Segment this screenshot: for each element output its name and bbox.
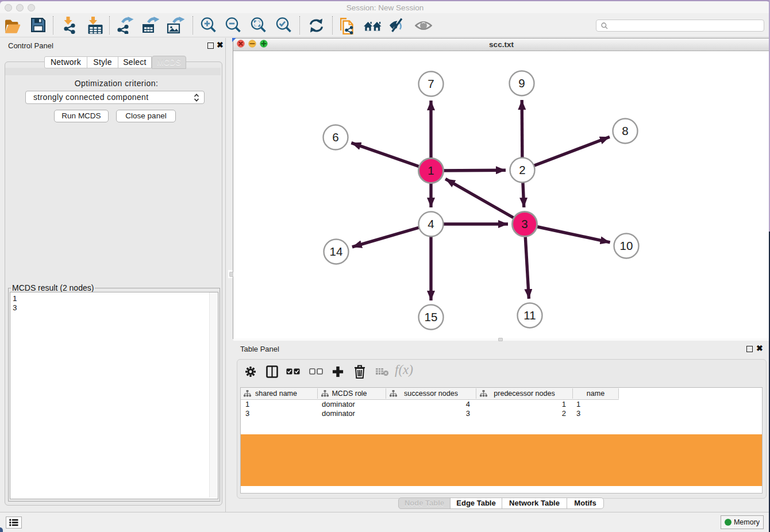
svg-text:9: 9 — [518, 76, 525, 90]
svg-text:10: 10 — [620, 239, 633, 252]
svg-text:3: 3 — [521, 217, 528, 230]
svg-text:14: 14 — [330, 245, 343, 258]
svg-text:8: 8 — [622, 124, 628, 137]
svg-text:15: 15 — [425, 310, 438, 323]
svg-text:2: 2 — [519, 163, 525, 176]
svg-text:6: 6 — [332, 130, 338, 144]
svg-text:4: 4 — [428, 217, 434, 230]
svg-text:1: 1 — [428, 164, 434, 177]
svg-text:11: 11 — [523, 309, 536, 322]
svg-text:7: 7 — [428, 77, 434, 90]
